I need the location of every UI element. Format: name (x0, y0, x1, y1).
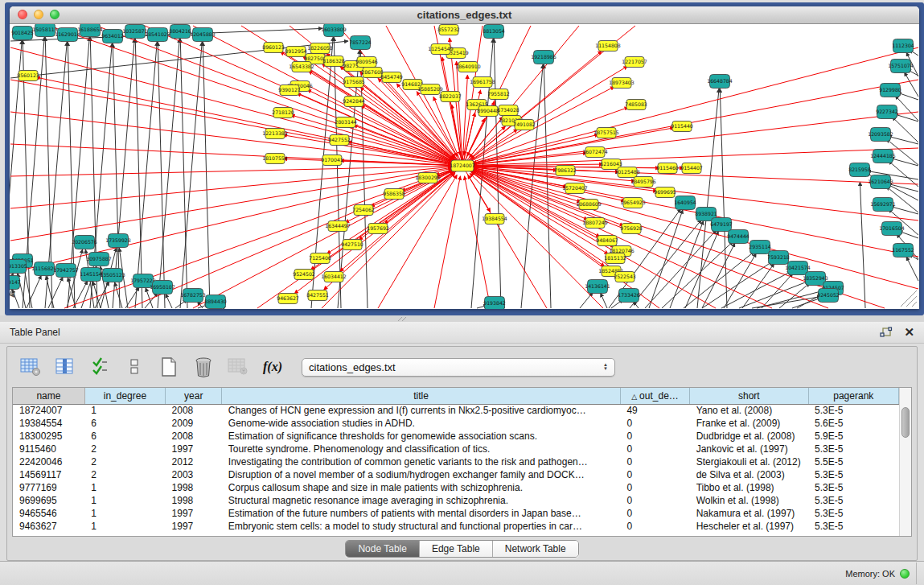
table-cell-name[interactable]: 9465546 (13, 507, 84, 520)
graph-edge-black[interactable] (720, 89, 727, 308)
graph-edge-black[interactable] (115, 282, 122, 308)
table-cell-out_degree[interactable]: 0 (620, 417, 689, 430)
graph-edge-red[interactable] (10, 112, 452, 164)
new-table-icon[interactable] (157, 355, 181, 379)
table-cell-pagerank[interactable]: 5.3E-5 (808, 443, 898, 455)
table-cell-pagerank[interactable]: 5.3E-5 (808, 507, 898, 520)
table-row[interactable]: 946554611997Estimation of the future num… (13, 507, 899, 520)
table-cell-in_degree[interactable]: 2 (84, 455, 165, 468)
table-cell-pagerank[interactable]: 5.3E-5 (808, 404, 898, 417)
table-cell-name[interactable]: 19384554 (13, 417, 84, 430)
graph-edge-black[interactable] (180, 42, 202, 308)
table-cell-short[interactable]: Tibbo et al. (1998) (690, 481, 808, 494)
graph-edge-black[interactable] (334, 37, 341, 308)
close-window-button[interactable] (18, 10, 27, 19)
table-cell-out_degree[interactable]: 0 (620, 507, 689, 520)
function-builder-icon[interactable]: f(x) (261, 355, 285, 379)
graph-edge-red[interactable] (340, 166, 462, 271)
row-height-icon[interactable] (122, 355, 146, 379)
tab-node-table[interactable]: Node Table (346, 541, 420, 557)
table-cell-name[interactable]: 9777169 (13, 481, 84, 494)
table-cell-pagerank[interactable]: 5.5E-5 (808, 455, 898, 468)
table-cell-out_degree[interactable]: 0 (620, 455, 689, 468)
table-cell-name[interactable]: 22420046 (13, 455, 84, 468)
column-header-name[interactable]: name (13, 388, 84, 404)
table-row[interactable]: 1830029562008Estimation of significance … (13, 430, 899, 443)
table-cell-title[interactable]: Estimation of the future numbers of pati… (222, 507, 621, 520)
graph-edge-red[interactable] (434, 176, 460, 308)
graph-edge-red[interactable] (193, 171, 454, 308)
graph-edge-red[interactable] (10, 167, 452, 208)
graph-edge-red[interactable] (462, 75, 467, 166)
graph-edge-red[interactable] (473, 168, 918, 289)
close-icon[interactable]: ✕ (904, 327, 914, 338)
delete-icon[interactable] (191, 355, 216, 379)
table-cell-title[interactable]: Disruption of a novel member of a sodium… (222, 468, 621, 481)
table-cell-short[interactable]: Nakamura et al. (1997) (690, 507, 808, 520)
table-cell-in_degree[interactable]: 6 (84, 417, 165, 430)
table-cell-out_degree[interactable]: 0 (620, 468, 689, 481)
table-scrollbar[interactable] (899, 388, 911, 536)
table-cell-short[interactable]: Stergiakouli et al. (2012) (690, 455, 808, 468)
graph-edge-black[interactable] (203, 42, 210, 308)
table-cell-short[interactable]: Franke et al. (2009) (690, 417, 808, 430)
table-cell-in_degree[interactable]: 2 (84, 443, 165, 455)
table-row[interactable]: 1872400712008Changes of HCN gene express… (13, 404, 899, 417)
graph-edge-red[interactable] (297, 93, 462, 166)
graph-edge-black[interactable] (702, 243, 735, 308)
west-panel-collapse-arrow[interactable]: ◀ (10, 292, 14, 299)
table-cell-short[interactable]: de Silva et al. (2003) (690, 468, 808, 481)
table-cell-year[interactable]: 1997 (166, 520, 222, 533)
float-window-icon[interactable] (880, 327, 893, 339)
panel-splitter[interactable] (0, 315, 924, 322)
table-cell-year[interactable]: 1998 (166, 481, 222, 494)
column-header-short[interactable]: short (690, 388, 808, 404)
table-cell-name[interactable]: 9115460 (13, 443, 84, 455)
graph-edge-black[interactable] (544, 64, 551, 308)
graph-edge-red[interactable] (473, 80, 918, 164)
graph-edge-black[interactable] (46, 276, 54, 308)
table-cell-year[interactable]: 2009 (166, 417, 222, 430)
table-cell-title[interactable]: Investigating the contribution of common… (222, 455, 621, 468)
table-cell-in_degree[interactable]: 6 (84, 430, 165, 443)
table-row[interactable]: 1456911722003Disruption of a novel membe… (13, 468, 899, 481)
graph-edge-black[interactable] (906, 257, 918, 281)
table-cell-pagerank[interactable]: 5.3E-5 (808, 468, 898, 481)
column-header-out_degree[interactable]: △out_de… (620, 388, 689, 404)
column-header-in_degree[interactable]: in_degree (84, 388, 165, 404)
table-cell-year[interactable]: 1997 (166, 443, 222, 455)
table-row[interactable]: 911546021997Tourette syndrome. Phenomeno… (13, 443, 899, 455)
table-cell-out_degree[interactable]: 49 (620, 404, 689, 417)
table-cell-name[interactable]: 9699695 (13, 494, 84, 507)
table-cell-title[interactable]: Estimation of significance thresholds fo… (222, 430, 621, 443)
table-cell-year[interactable]: 2008 (166, 430, 222, 443)
graph-edge-black[interactable] (905, 72, 918, 97)
table-cell-title[interactable]: Structural magnetic resonance image aver… (222, 494, 621, 507)
column-header-year[interactable]: year (166, 388, 222, 404)
table-cell-name[interactable]: 18724007 (13, 404, 84, 417)
graph-edge-red[interactable] (10, 166, 452, 176)
table-cell-year[interactable]: 1997 (166, 507, 222, 520)
table-cell-out_degree[interactable]: 0 (620, 494, 689, 507)
table-cell-pagerank[interactable]: 5.9E-5 (808, 430, 898, 443)
table-cell-name[interactable]: 18300295 (13, 430, 84, 443)
table-cell-title[interactable]: Corpus callosum shape and size in male p… (222, 481, 621, 494)
select-rows-icon[interactable] (88, 355, 112, 379)
table-cell-title[interactable]: Genome-wide association studies in ADHD. (222, 417, 621, 430)
table-cell-pagerank[interactable]: 5.6E-5 (808, 417, 898, 430)
table-row[interactable]: 977716911998Corpus callosum shape and si… (13, 481, 899, 494)
show-columns-icon[interactable] (53, 355, 77, 379)
graph-edge-black[interactable] (684, 252, 754, 308)
table-cell-in_degree[interactable]: 1 (84, 494, 165, 507)
table-cell-pagerank[interactable]: 5.3E-5 (808, 520, 898, 533)
table-cell-short[interactable]: Yano et al. (2008) (690, 404, 808, 417)
network-canvas[interactable]: 9018425150581131162901416188654963401210… (10, 24, 919, 309)
splitter-grip-icon[interactable] (397, 316, 407, 321)
table-cell-title[interactable]: Changes of HCN gene expression and I(f) … (222, 404, 621, 417)
table-cell-year[interactable]: 2003 (166, 468, 222, 481)
graph-edge-black[interactable] (158, 42, 165, 308)
table-cell-in_degree[interactable]: 1 (84, 507, 165, 520)
graph-edge-black[interactable] (580, 292, 593, 308)
table-row[interactable]: 969969511998Structural magnetic resonanc… (13, 494, 899, 507)
table-cell-short[interactable]: Wolkin et al. (1998) (690, 494, 808, 507)
